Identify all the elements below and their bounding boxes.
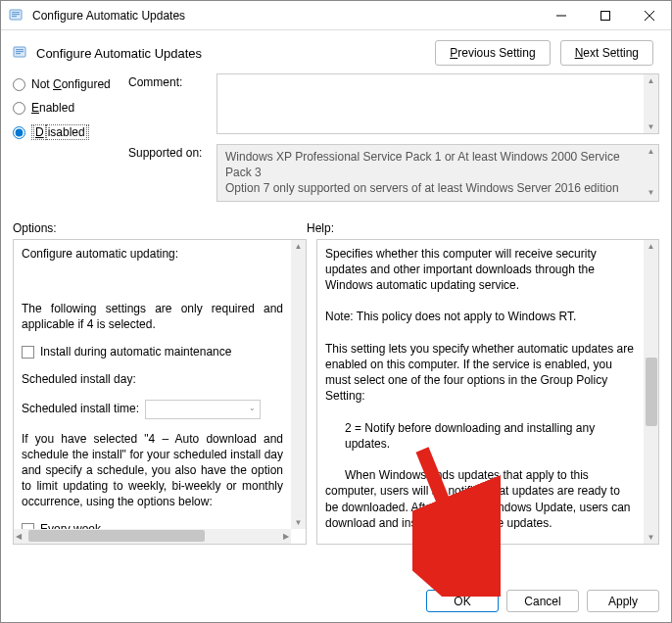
scroll-down-icon: ▼ — [295, 516, 303, 529]
scrollbar-thumb[interactable] — [28, 530, 205, 542]
scrollbar-vertical[interactable]: ▲▼ — [291, 240, 306, 529]
scheduled-time-label: Scheduled install time: — [22, 401, 139, 416]
scrollbar-horizontal[interactable]: ◀▶ — [14, 529, 291, 544]
minimize-button[interactable] — [539, 1, 583, 30]
chevron-down-icon: ⌄ — [249, 404, 256, 414]
supported-label: Supported on: — [128, 144, 216, 202]
options-label: Options: — [13, 221, 307, 235]
close-button[interactable] — [627, 1, 671, 30]
ok-button[interactable]: OK — [426, 590, 499, 612]
page-title: Configure Automatic Updates — [36, 46, 435, 61]
window-title: Configure Automatic Updates — [32, 9, 539, 23]
scheduled-time-dropdown[interactable]: ⌄ — [145, 400, 261, 419]
maximize-button[interactable] — [583, 1, 627, 30]
help-pane: Specifies whether this computer will rec… — [316, 239, 659, 545]
configure-updating-label: Configure automatic updating: — [22, 246, 283, 262]
policy-icon — [9, 8, 24, 24]
supported-on-text: Windows XP Professional Service Pack 1 o… — [216, 144, 659, 202]
scrollbar-vertical[interactable]: ▲▼ — [644, 145, 658, 201]
svg-rect-1 — [12, 12, 20, 13]
help-label: Help: — [307, 221, 334, 235]
help-text: Note: This policy does not apply to Wind… — [325, 309, 636, 324]
state-radio-group: Not Configured Enabled Disabled — [13, 73, 128, 212]
options-note: The following settings are only required… — [22, 301, 283, 332]
comment-label: Comment: — [128, 73, 216, 134]
svg-rect-3 — [12, 16, 17, 17]
options-paragraph: If you have selected "4 – Auto download … — [22, 431, 283, 510]
radio-enabled[interactable]: Enabled — [13, 101, 128, 115]
options-pane: Configure automatic updating: The follow… — [13, 239, 307, 545]
svg-rect-10 — [16, 51, 24, 52]
svg-rect-9 — [16, 49, 24, 50]
svg-rect-5 — [600, 11, 609, 20]
radio-not-configured[interactable]: Not Configured — [13, 77, 128, 91]
dialog-window: Configure Automatic Updates Configure Au… — [0, 0, 672, 623]
scrollbar-thumb[interactable] — [646, 358, 657, 426]
help-text: 2 = Notify before downloading and instal… — [325, 420, 636, 452]
footer-buttons: OK Cancel Apply — [426, 590, 659, 612]
radio-disabled[interactable]: Disabled — [13, 124, 128, 140]
next-setting-button[interactable]: Next Setting — [560, 40, 653, 66]
scheduled-day-label: Scheduled install day: — [22, 371, 136, 387]
scroll-up-icon: ▲ — [648, 240, 655, 253]
header-row: Configure Automatic Updates Previous Set… — [1, 30, 671, 73]
scroll-down-icon: ▼ — [648, 120, 655, 133]
scroll-left-icon: ◀ — [14, 532, 24, 541]
install-maintenance-checkbox[interactable]: Install during automatic maintenance — [22, 344, 283, 359]
scroll-up-icon: ▲ — [648, 74, 655, 87]
scroll-right-icon: ▶ — [281, 532, 291, 541]
previous-setting-button[interactable]: Previous Setting — [435, 40, 550, 66]
policy-icon — [13, 45, 28, 61]
svg-rect-11 — [16, 53, 21, 54]
scrollbar-vertical[interactable]: ▲▼ — [644, 240, 658, 544]
cancel-button[interactable]: Cancel — [506, 590, 579, 612]
checkbox-icon — [22, 346, 34, 359]
scroll-down-icon: ▼ — [648, 531, 655, 544]
svg-rect-2 — [12, 14, 20, 15]
apply-button[interactable]: Apply — [587, 590, 659, 612]
comment-textarea[interactable]: ▲▼ — [216, 73, 659, 134]
scroll-down-icon: ▼ — [648, 186, 655, 201]
help-text: When Windows finds updates that apply to… — [325, 467, 636, 528]
scroll-up-icon: ▲ — [648, 145, 655, 160]
help-text: This setting lets you specify whether au… — [325, 341, 636, 405]
titlebar: Configure Automatic Updates — [1, 1, 671, 30]
scrollbar-vertical[interactable]: ▲▼ — [644, 74, 658, 133]
every-week-checkbox[interactable]: Every week — [22, 521, 283, 528]
scroll-up-icon: ▲ — [295, 240, 303, 253]
help-text: Specifies whether this computer will rec… — [325, 246, 636, 294]
